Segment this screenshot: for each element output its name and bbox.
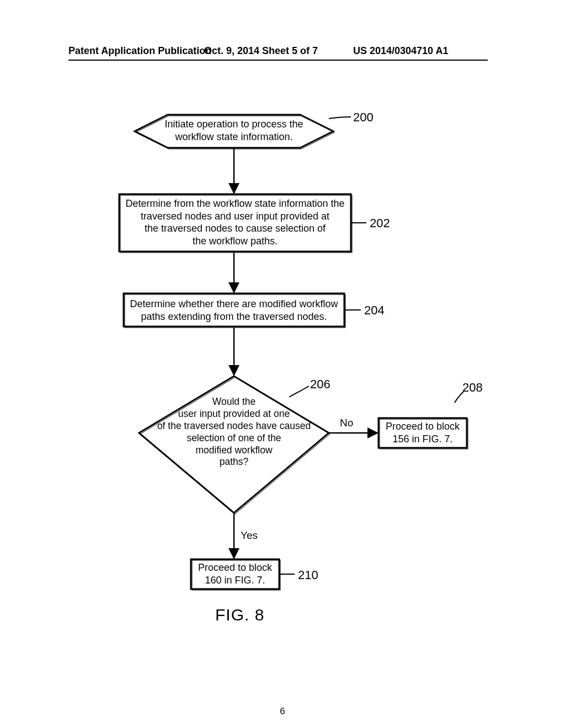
edge-label-yes: Yes: [241, 529, 258, 542]
header-publication: Patent Application Publication: [68, 45, 211, 57]
edge-label-no: No: [340, 417, 353, 429]
ref-210: 210: [298, 568, 318, 582]
leader-206: [289, 386, 309, 397]
leader-200: [329, 117, 351, 119]
node-202-text: Determine from the workflow state inform…: [124, 197, 347, 247]
node-210-text: Proceed to block160 in FIG. 7.: [193, 561, 277, 586]
node-200-text: Initiate operation to process theworkflo…: [161, 118, 307, 143]
header-rule: [68, 60, 488, 61]
figure-caption: FIG. 8: [215, 606, 264, 624]
node-204-text: Determine whether there are modified wor…: [128, 298, 340, 323]
flowchart-diagram: Initiate operation to process theworkflo…: [68, 110, 488, 689]
ref-202: 202: [370, 216, 390, 231]
ref-204: 204: [364, 303, 385, 318]
ref-200: 200: [353, 110, 374, 125]
ref-206: 206: [310, 377, 331, 392]
header-date-sheet: Oct. 9, 2014 Sheet 5 of 7: [204, 45, 318, 57]
node-206-text: Would theuser input provided at oneof th…: [151, 396, 317, 468]
ref-208: 208: [462, 381, 483, 395]
page-number: 6: [0, 706, 565, 717]
node-208-text: Proceed to block156 in FIG. 7.: [381, 420, 465, 445]
header-pub-number: US 2014/0304710 A1: [353, 45, 448, 57]
